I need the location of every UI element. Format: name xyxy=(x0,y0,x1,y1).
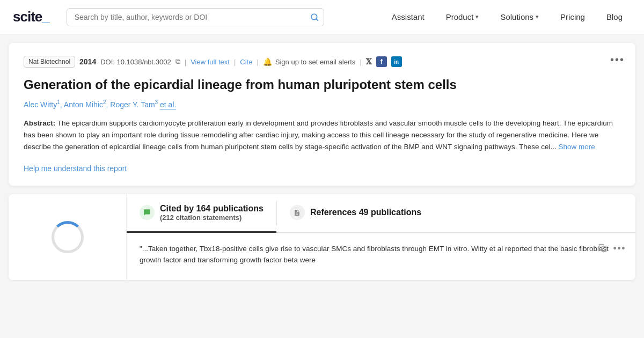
doi-copy-icon[interactable]: ⧉ xyxy=(175,57,180,66)
citation-text: "...Taken together, Tbx18-positive cells… xyxy=(140,243,623,266)
citation-statements-label: (212 citation statements) xyxy=(160,214,264,222)
bell-icon: 🔔 xyxy=(263,57,272,66)
help-link[interactable]: Help me understand this report xyxy=(24,164,127,173)
search-bar-container xyxy=(67,8,324,26)
cited-by-count-label: Cited by 164 publications xyxy=(160,204,264,214)
social-icons: 𝕏 f in xyxy=(366,56,402,67)
paper-year: 2014 xyxy=(79,57,96,66)
citations-tabs-area: Cited by 164 publications (212 citation … xyxy=(127,194,635,280)
references-label: References 49 publications xyxy=(310,208,421,217)
author-1-link[interactable]: Alec Witty1 xyxy=(24,100,60,109)
chat-bubble-icon xyxy=(140,205,155,220)
nav-solutions[interactable]: Solutions ▾ xyxy=(492,8,547,26)
svg-line-1 xyxy=(316,19,318,20)
abstract-text: Abstract: The epicardium supports cardio… xyxy=(24,117,620,153)
paper-title: Generation of the epicardial lineage fro… xyxy=(24,76,620,93)
citation-copy-button[interactable] xyxy=(598,243,607,254)
abstract-content: The epicardium supports cardiomyocyte pr… xyxy=(24,119,613,151)
linkedin-icon[interactable]: in xyxy=(391,56,402,67)
document-icon xyxy=(290,205,305,220)
search-input[interactable] xyxy=(67,8,324,26)
et-al-link[interactable]: et al. xyxy=(160,100,176,109)
nav-product[interactable]: Product ▾ xyxy=(437,8,488,26)
product-chevron-icon: ▾ xyxy=(475,13,479,20)
search-button[interactable] xyxy=(310,13,319,21)
alert-area: 🔔 Sign up to set email alerts xyxy=(263,57,356,66)
solutions-chevron-icon: ▾ xyxy=(536,13,539,20)
tab-references[interactable]: References 49 publications xyxy=(277,194,434,233)
show-more-link[interactable]: Show more xyxy=(559,143,595,151)
logo[interactable]: scite_ xyxy=(13,9,49,25)
cited-by-label-block: Cited by 164 publications (212 citation … xyxy=(160,204,264,222)
svg-rect-2 xyxy=(602,247,606,252)
journal-badge: Nat Biotechnol xyxy=(24,56,75,68)
author-2-link[interactable]: Anton Mihic2 xyxy=(64,100,106,109)
main-content: ••• Nat Biotechnol 2014 DOI: 10.1038/nbt… xyxy=(0,34,644,289)
abstract-label: Abstract: xyxy=(24,119,55,127)
nav-assistant[interactable]: Assistant xyxy=(383,8,433,26)
nav-blog[interactable]: Blog xyxy=(598,8,631,26)
citation-card: "...Taken together, Tbx18-positive cells… xyxy=(127,233,635,276)
main-header: scite_ Assistant Product ▾ Solutions ▾ P… xyxy=(0,0,644,34)
spinner-area xyxy=(9,194,127,280)
tab-cited-by[interactable]: Cited by 164 publications (212 citation … xyxy=(127,194,276,233)
citation-actions: ••• xyxy=(598,243,626,254)
nav-pricing[interactable]: Pricing xyxy=(552,8,594,26)
citations-layout: Cited by 164 publications (212 citation … xyxy=(9,194,635,280)
main-nav: Assistant Product ▾ Solutions ▾ Pricing … xyxy=(383,8,631,26)
paper-card: ••• Nat Biotechnol 2014 DOI: 10.1038/nbt… xyxy=(9,43,635,186)
citations-tabs-row: Cited by 164 publications (212 citation … xyxy=(127,194,635,233)
paper-more-button[interactable]: ••• xyxy=(610,54,625,66)
paper-authors: Alec Witty1, Anton Mihic2, Roger Y. Tam3… xyxy=(24,99,620,109)
cite-link[interactable]: Cite xyxy=(240,58,252,66)
facebook-icon[interactable]: f xyxy=(376,56,387,67)
loading-spinner xyxy=(52,221,84,253)
alert-text[interactable]: Sign up to set email alerts xyxy=(275,58,356,66)
citations-section: Cited by 164 publications (212 citation … xyxy=(9,194,635,280)
paper-doi: DOI: 10.1038/nbt.3002 xyxy=(100,58,171,66)
twitter-icon[interactable]: 𝕏 xyxy=(366,57,372,67)
author-3-link[interactable]: Roger Y. Tam3 xyxy=(110,100,158,109)
citation-more-button[interactable]: ••• xyxy=(613,243,626,254)
view-full-text-link[interactable]: View full text xyxy=(191,58,230,66)
paper-meta-row: Nat Biotechnol 2014 DOI: 10.1038/nbt.300… xyxy=(24,56,620,68)
